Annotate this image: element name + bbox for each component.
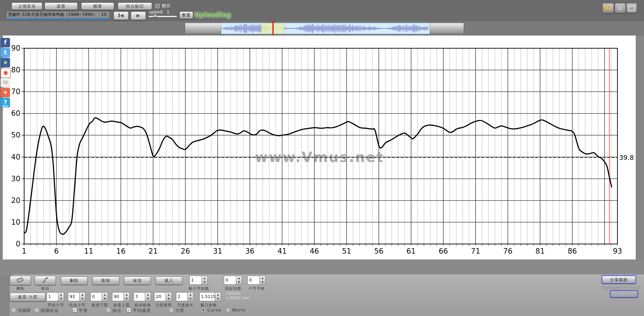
spinner-每小节拍数[interactable]: 1▲▼	[189, 276, 208, 285]
spinner-开始小节-arrows[interactable]: ▲▼	[58, 292, 64, 301]
spinner-线条粗细-value[interactable]: 3	[133, 292, 145, 301]
waveform-playhead[interactable]	[273, 21, 274, 35]
facebook-icon[interactable]: f	[1, 38, 10, 47]
checkbox-label: 拍点	[112, 308, 121, 314]
spinner-力度透明-value[interactable]: 20	[154, 292, 166, 301]
default-window-parameter: Default: 1.680(1 bar)	[226, 291, 250, 300]
home-button[interactable]: ⌂	[615, 3, 626, 13]
spinner-力度放大-value[interactable]: 2	[176, 292, 188, 301]
upload-music-button[interactable]: 上传音乐	[11, 2, 42, 10]
svg-text:40: 40	[11, 153, 20, 161]
svg-text:80: 80	[11, 66, 20, 74]
top-toolbar: 上传音乐 波形 频谱 拍点标记 翻页 ◀ ▶ speed 1 重置 Upload…	[0, 0, 644, 21]
fullscreen-button[interactable]	[626, 3, 637, 13]
spinner-开始小节[interactable]: 1▲▼	[47, 292, 64, 301]
spinner-线条粗细-arrows[interactable]: ▲▼	[145, 292, 151, 301]
spinner-力度放大[interactable]: 2▲▼	[176, 292, 194, 301]
spinner-label: 每小节拍数	[180, 286, 218, 291]
spinner-每小节拍数-arrows[interactable]: ▲▼	[202, 276, 208, 285]
speed-slider-thumb[interactable]	[153, 13, 158, 17]
svg-text:81: 81	[535, 247, 545, 255]
svg-text:76: 76	[503, 247, 513, 255]
spinner-弱起拍数[interactable]: 0▲▼	[224, 276, 242, 285]
checkbox-box[interactable]	[106, 308, 111, 312]
checkbox-label: 跟随音乐	[41, 308, 59, 314]
spinner-小节平移[interactable]: 0▲▼	[247, 276, 266, 285]
spinner-窗口参数-value[interactable]: 1.5115	[199, 292, 215, 301]
beat-mark-button[interactable]: 拍点标记	[118, 2, 152, 10]
spinner-速度上限-value[interactable]: 90	[112, 292, 124, 301]
radio-button[interactable]	[226, 308, 230, 312]
share-screenshot-button[interactable]: 分享截图	[602, 275, 636, 284]
share-disabled-button	[610, 290, 638, 298]
save-button[interactable]: 保存	[124, 276, 151, 285]
spinner-窗口参数-arrows[interactable]: ▲▼	[215, 292, 221, 301]
svg-text:10: 10	[11, 218, 20, 226]
spinner-力度放大-arrows[interactable]: ▲▼	[188, 292, 194, 301]
snap-button[interactable]: 吸附	[92, 276, 119, 285]
tempo-chart[interactable]: 0102030405060708090161116212631364146515…	[3, 35, 636, 259]
checkbox-box[interactable]	[34, 308, 39, 312]
checkbox-label: 平滑	[79, 308, 88, 314]
spinner-速度下限-value[interactable]: 0	[90, 292, 102, 301]
weibo-icon[interactable]: ◉	[1, 68, 11, 78]
delete-button[interactable]: 删除	[61, 276, 88, 285]
move-curve-icon	[40, 276, 50, 284]
checkbox-box[interactable]	[169, 308, 174, 312]
radio-button[interactable]	[201, 308, 206, 312]
spinner-弱起拍数-arrows[interactable]: ▲▼	[236, 276, 242, 285]
spinner-结束小节-value[interactable]: 93	[68, 292, 80, 301]
svg-text:51: 51	[342, 247, 351, 255]
svg-text:31: 31	[213, 247, 222, 255]
spinner-弱起拍数-value[interactable]: 0	[224, 276, 236, 285]
move-button[interactable]	[34, 276, 56, 285]
checkbox-box[interactable]	[11, 308, 16, 312]
spinner-速度上限-arrows[interactable]: ▲▼	[124, 292, 130, 301]
uploaded-to-cloud-text: Uploaded to cloud	[602, 285, 640, 290]
svg-text:0: 0	[16, 240, 20, 248]
reset-button[interactable]: 重置	[179, 11, 193, 19]
waveform-button[interactable]: 波形	[44, 2, 78, 10]
share-plus-icon[interactable]: +	[1, 88, 10, 97]
waveform-overview-bar[interactable]	[185, 23, 464, 34]
help-icon[interactable]: ?HELP	[1, 98, 10, 107]
checkbox-box[interactable]: ✓	[72, 308, 77, 312]
spinner-小节平移-arrows[interactable]: ▲▼	[260, 276, 266, 285]
spinner-每小节拍数-value[interactable]: 1	[189, 276, 202, 285]
twitter-icon[interactable]: t	[1, 48, 10, 57]
spectrum-button[interactable]: 频谱	[81, 2, 114, 10]
svg-text:30: 30	[11, 175, 20, 183]
radio-label: Curve	[207, 308, 221, 313]
average-tempo-label: 39.8	[619, 154, 634, 161]
status-bar: Manually mark beat with key (A, S, D, F)…	[0, 259, 644, 275]
load-button[interactable]: 载入	[156, 276, 182, 285]
svg-text:11: 11	[84, 247, 93, 255]
erase-button[interactable]	[10, 276, 31, 285]
page-turn-checkbox[interactable]	[155, 4, 160, 8]
svg-text:www.Vmus.net: www.Vmus.net	[255, 149, 384, 165]
skip-back-button[interactable]: ◀	[113, 11, 129, 20]
waveform-audio-region[interactable]	[221, 23, 430, 34]
uploading-status: Uploading	[195, 11, 231, 18]
spinner-线条粗细[interactable]: 3▲▼	[133, 292, 151, 301]
play-icon: ▶	[137, 13, 140, 18]
v2-version-button[interactable]: V2	[602, 3, 614, 13]
spinner-开始小节-value[interactable]: 1	[47, 292, 58, 301]
spinner-力度透明-arrows[interactable]: ▲▼	[166, 292, 172, 301]
spinner-窗口参数[interactable]: 1.5115▲▼	[199, 292, 221, 301]
checkbox-box[interactable]: ✓	[127, 308, 131, 312]
spinner-速度下限[interactable]: 0▲▼	[90, 292, 108, 301]
mail-icon[interactable]: ✉	[1, 78, 10, 87]
qzone-icon[interactable]: ★	[1, 58, 10, 67]
spinner-力度透明[interactable]: 20▲▼	[154, 292, 172, 301]
spinner-结束小节-arrows[interactable]: ▲▼	[80, 292, 86, 301]
spinner-速度下限-arrows[interactable]: ▲▼	[102, 292, 108, 301]
play-button[interactable]: ▶	[131, 11, 146, 20]
svg-text:61: 61	[406, 247, 416, 255]
spinner-小节平移-value[interactable]: 0	[247, 276, 260, 285]
speed-dynamics-button[interactable]: 速度-力度	[10, 293, 46, 302]
spinner-结束小节[interactable]: 93▲▼	[68, 292, 86, 301]
fullscreen-icon	[628, 6, 635, 11]
spinner-速度上限[interactable]: 90▲▼	[112, 292, 130, 301]
track-title-input[interactable]	[6, 11, 110, 19]
